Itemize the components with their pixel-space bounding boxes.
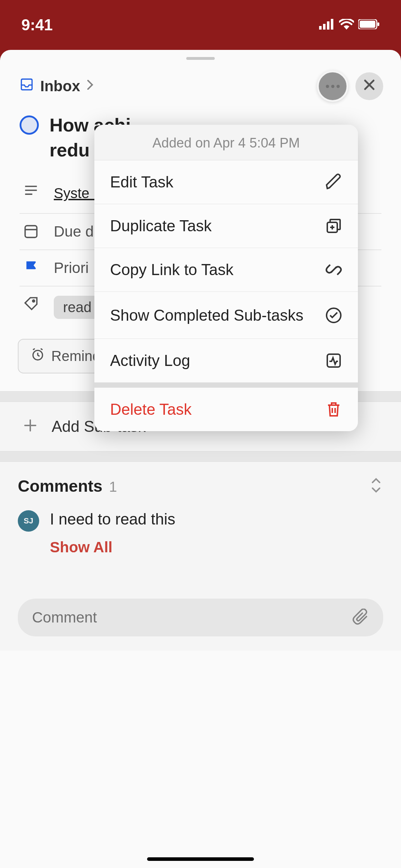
close-icon xyxy=(363,78,376,94)
menu-duplicate-task[interactable]: Duplicate Task xyxy=(94,204,358,248)
chevron-right-icon xyxy=(87,79,94,94)
menu-show-completed[interactable]: Show Completed Sub-tasks xyxy=(94,292,358,339)
menu-edit-task[interactable]: Edit Task xyxy=(94,160,358,204)
inbox-icon xyxy=(20,77,34,95)
menu-delete-label: Delete Task xyxy=(110,401,192,418)
battery-icon xyxy=(358,19,380,31)
calendar-icon xyxy=(23,223,39,239)
link-icon xyxy=(325,261,342,278)
menu-header: Added on Apr 4 5:04 PM xyxy=(94,125,358,160)
menu-activity-log[interactable]: Activity Log xyxy=(94,339,358,383)
svg-line-18 xyxy=(331,267,337,273)
activity-icon xyxy=(325,352,342,369)
comments-count: 1 xyxy=(109,479,117,495)
svg-rect-6 xyxy=(377,22,379,26)
task-actions-menu: Added on Apr 4 5:04 PM Edit Task Duplica… xyxy=(94,125,358,431)
task-detail-sheet: Inbox How achi redu Syste Pr xyxy=(0,50,401,868)
duplicate-icon xyxy=(325,217,342,234)
svg-rect-10 xyxy=(25,226,37,238)
svg-rect-3 xyxy=(331,19,333,30)
avatar: SJ xyxy=(18,510,39,532)
home-indicator[interactable] xyxy=(147,857,254,861)
svg-rect-5 xyxy=(360,21,375,28)
task-complete-checkbox[interactable] xyxy=(20,115,39,135)
show-all-button[interactable]: Show All xyxy=(50,539,383,556)
section-divider xyxy=(0,451,401,462)
expand-collapse-icon[interactable] xyxy=(369,476,383,496)
cellular-icon xyxy=(319,19,335,31)
more-icon xyxy=(326,85,340,88)
wifi-icon xyxy=(339,19,354,31)
menu-copy-link[interactable]: Copy Link to Task xyxy=(94,248,358,292)
comment-item[interactable]: SJ I need to read this xyxy=(18,510,383,532)
more-options-button[interactable] xyxy=(317,71,348,102)
menu-separator xyxy=(94,383,358,388)
sheet-grabber[interactable] xyxy=(186,57,215,60)
svg-rect-0 xyxy=(319,26,322,30)
comments-title: Comments xyxy=(18,477,103,495)
comment-input-container[interactable] xyxy=(18,599,383,636)
menu-show-completed-label: Show Completed Sub-tasks xyxy=(110,305,303,326)
pencil-icon xyxy=(325,174,342,191)
check-circle-icon xyxy=(325,307,342,324)
tag-icon xyxy=(23,296,39,311)
comment-input[interactable] xyxy=(32,609,345,626)
svg-point-12 xyxy=(33,300,35,302)
menu-delete-task[interactable]: Delete Task xyxy=(94,388,358,431)
close-button[interactable] xyxy=(355,72,383,100)
status-icons xyxy=(319,19,380,31)
breadcrumb[interactable]: Inbox xyxy=(20,77,94,95)
trash-icon xyxy=(325,401,342,418)
svg-rect-1 xyxy=(323,24,326,30)
priority-label: Priori xyxy=(54,259,89,277)
svg-rect-2 xyxy=(327,21,329,30)
status-bar: 9:41 xyxy=(0,0,401,50)
tag-chip[interactable]: read xyxy=(54,296,101,319)
menu-activity-label: Activity Log xyxy=(110,352,190,370)
breadcrumb-label: Inbox xyxy=(40,78,80,95)
attachment-icon[interactable] xyxy=(353,609,369,626)
description-icon xyxy=(23,182,39,198)
comment-text: I need to read this xyxy=(50,510,175,528)
sheet-header: Inbox xyxy=(0,71,401,113)
menu-edit-label: Edit Task xyxy=(110,173,173,191)
menu-copy-link-label: Copy Link to Task xyxy=(110,261,233,279)
flag-icon xyxy=(23,259,39,275)
menu-duplicate-label: Duplicate Task xyxy=(110,217,212,235)
plus-icon xyxy=(23,416,37,437)
due-date-label: Due d xyxy=(54,223,94,240)
status-time: 9:41 xyxy=(21,16,53,34)
alarm-icon xyxy=(31,347,45,365)
comments-section: Comments 1 SJ I need to read this Show A… xyxy=(0,462,401,651)
